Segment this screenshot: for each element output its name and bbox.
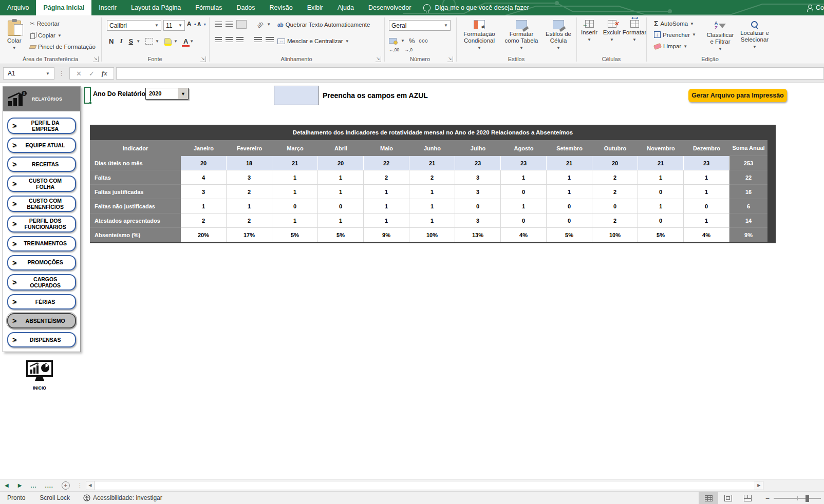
page-break-view-button[interactable] — [738, 492, 757, 504]
cell-styles-button[interactable]: Estilos de Célula ▼ — [542, 17, 575, 52]
normal-view-button[interactable] — [699, 492, 718, 504]
data-cell[interactable]: 3 — [455, 214, 501, 228]
format-cells-button[interactable]: ⟷ Formatar ▼ — [623, 17, 646, 43]
clipboard-dialog-launcher[interactable]: ↘ — [93, 56, 99, 62]
name-box[interactable]: A1 ▼ — [3, 67, 54, 80]
data-cell[interactable]: 1 — [318, 170, 364, 185]
data-cell[interactable]: 0 — [501, 185, 547, 199]
orientation-icon[interactable]: ab — [256, 20, 265, 29]
paste-button[interactable]: Colar ▼ — [4, 18, 24, 51]
underline-button[interactable]: S — [125, 36, 136, 46]
cut-button[interactable]: ✂ Recortar — [30, 20, 60, 27]
borders-icon[interactable] — [145, 38, 153, 45]
data-cell[interactable]: 3 — [455, 185, 501, 199]
report-button-custo-com-folha[interactable]: >CUSTO COM FOLHA — [7, 176, 76, 192]
data-cell[interactable]: 5% — [547, 228, 592, 242]
autosum-button[interactable]: Σ AutoSoma ▼ — [654, 20, 694, 28]
comma-style-button[interactable]: 000 — [419, 38, 428, 44]
decrease-decimal-button[interactable]: →,0 — [404, 47, 413, 52]
align-top-icon[interactable] — [215, 22, 222, 27]
increase-indent-icon[interactable] — [266, 37, 274, 43]
report-button-equipe-atual[interactable]: >EQUIPE ATUAL — [7, 138, 76, 153]
data-cell[interactable]: 5% — [272, 228, 318, 242]
ribbon-tab-arquivo[interactable]: Arquivo — [0, 0, 36, 15]
cancel-entry-icon[interactable]: ✕ — [76, 70, 82, 77]
report-button-receitas[interactable]: >RECEITAS — [7, 157, 76, 172]
data-cell[interactable]: 21 — [409, 156, 455, 170]
sheet-tab-1[interactable]: ... — [26, 482, 41, 489]
copy-dropdown-arrow[interactable]: ▼ — [58, 33, 62, 38]
data-cell[interactable]: 17% — [227, 228, 272, 242]
scroll-left-arrow[interactable]: ◀ — [86, 481, 95, 490]
conditional-formatting-button[interactable]: Formatação Condicional ▼ — [459, 17, 500, 52]
next-sheet-arrow[interactable]: ▶ — [13, 482, 27, 488]
fill-color-icon[interactable] — [164, 38, 172, 44]
data-cell[interactable]: 1 — [364, 185, 409, 199]
accounting-dropdown-arrow[interactable]: ▼ — [401, 38, 405, 43]
data-cell[interactable]: 1 — [364, 214, 409, 228]
fill-button[interactable]: ↓ Preencher ▼ — [654, 31, 696, 38]
data-cell[interactable]: 0 — [547, 199, 592, 214]
data-cell[interactable]: 1 — [409, 199, 455, 214]
tell-me-box[interactable]: Diga-me o que você deseja fazer — [418, 0, 534, 15]
year-dropdown-arrow[interactable]: ▼ — [178, 88, 188, 99]
font-color-button[interactable]: A — [182, 37, 190, 45]
data-cell[interactable]: 1 — [318, 185, 364, 199]
name-box-dropdown-arrow[interactable]: ▼ — [46, 71, 50, 76]
delete-cells-button[interactable]: ✕ Excluir ▼ — [601, 17, 623, 43]
ribbon-tab-revisão[interactable]: Revisão — [263, 0, 300, 15]
worksheet-area[interactable]: Ano Do Relatório 2020 ▼ Preencha os camp… — [0, 83, 824, 479]
italic-button[interactable]: I — [117, 36, 125, 46]
merge-dropdown-arrow[interactable]: ▼ — [345, 39, 349, 44]
data-cell[interactable]: 1 — [272, 185, 318, 199]
data-cell[interactable]: 1 — [227, 199, 272, 214]
data-cell[interactable]: 20 — [592, 156, 638, 170]
selected-cell-a1[interactable] — [84, 87, 91, 104]
data-cell[interactable]: 3 — [455, 170, 501, 185]
data-cell[interactable]: 3 — [227, 170, 272, 185]
inicio-button[interactable]: INICIO — [22, 360, 58, 391]
shrink-font-button[interactable]: A▼ — [197, 22, 207, 27]
data-cell[interactable]: 4% — [684, 228, 729, 242]
data-cell[interactable]: 1 — [181, 199, 227, 214]
ribbon-tab-página-inicial[interactable]: Página Inicial — [36, 0, 91, 15]
data-cell[interactable]: 18 — [227, 156, 272, 170]
year-dropdown[interactable]: 2020 ▼ — [145, 88, 189, 100]
data-cell[interactable]: 5% — [638, 228, 684, 242]
bold-button[interactable]: N — [106, 36, 117, 46]
data-cell[interactable]: 1 — [638, 170, 684, 185]
data-cell[interactable]: 23 — [455, 156, 501, 170]
align-bottom-icon[interactable] — [236, 20, 247, 29]
accessibility-status[interactable]: Acessibilidade: investigar — [77, 494, 168, 501]
data-cell[interactable]: 1 — [409, 185, 455, 199]
report-button-custo-com-benenfícios[interactable]: >CUSTO COM BENENFÍCIOS — [7, 196, 76, 212]
number-dialog-launcher[interactable]: ↘ — [447, 56, 453, 62]
data-cell[interactable]: 1 — [501, 199, 547, 214]
grow-font-button[interactable]: A▲ — [187, 21, 197, 27]
ribbon-tab-ajuda[interactable]: Ajuda — [330, 0, 361, 15]
clear-button[interactable]: Limpar ▼ — [654, 43, 687, 49]
share-button[interactable]: Co — [807, 0, 824, 15]
data-cell[interactable]: 10% — [409, 228, 455, 242]
data-cell[interactable]: 0 — [318, 199, 364, 214]
confirm-entry-icon[interactable]: ✓ — [89, 70, 95, 77]
blue-sample-cell[interactable] — [274, 86, 319, 105]
alignment-dialog-launcher[interactable]: ↘ — [376, 56, 381, 62]
data-cell[interactable]: 10% — [592, 228, 638, 242]
data-cell[interactable]: 0 — [638, 185, 684, 199]
report-button-perfil-dos-funcionários[interactable]: >PERFIL DOS FUNCIONÁRIOS — [7, 216, 76, 232]
ribbon-tab-inserir[interactable]: Inserir — [91, 0, 124, 15]
data-cell[interactable]: 22 — [364, 156, 409, 170]
report-button-cargos-ocupados[interactable]: >CARGOS OCUPADOS — [7, 274, 76, 290]
data-cell[interactable]: 2 — [592, 185, 638, 199]
insert-function-icon[interactable]: fx — [102, 69, 107, 77]
prev-sheet-arrow[interactable]: ◀ — [0, 482, 13, 488]
zoom-slider-handle[interactable] — [806, 495, 809, 502]
scrollbar-track[interactable] — [95, 481, 755, 490]
data-cell[interactable]: 1 — [684, 214, 729, 228]
ribbon-tab-fórmulas[interactable]: Fórmulas — [188, 0, 229, 15]
data-cell[interactable]: 1 — [409, 214, 455, 228]
decrease-indent-icon[interactable] — [254, 37, 262, 43]
data-cell[interactable]: 2 — [227, 214, 272, 228]
sheet-tab-2[interactable]: .... — [41, 482, 58, 489]
